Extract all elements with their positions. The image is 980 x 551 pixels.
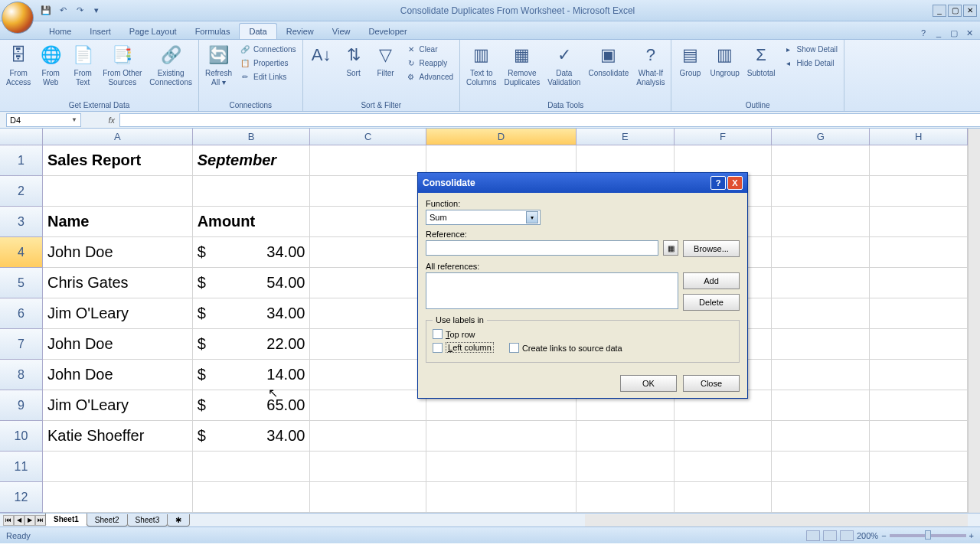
cell-G12[interactable] bbox=[772, 482, 870, 513]
cell-C4[interactable] bbox=[310, 237, 426, 268]
cell-H11[interactable] bbox=[870, 452, 968, 482]
cell-C12[interactable] bbox=[310, 482, 426, 513]
row-header-2[interactable]: 2 bbox=[0, 176, 43, 207]
new-sheet-button[interactable]: ✱ bbox=[167, 514, 190, 527]
dialog-help-button[interactable]: ? bbox=[710, 176, 726, 190]
cell-B2[interactable] bbox=[193, 176, 311, 207]
cell-G9[interactable] bbox=[772, 390, 870, 421]
row-header-12[interactable]: 12 bbox=[0, 482, 43, 513]
maximize-button[interactable]: ▢ bbox=[948, 5, 962, 17]
cell-A6[interactable]: Jim O'Leary bbox=[43, 298, 193, 329]
cell-E12[interactable] bbox=[577, 482, 675, 513]
tab-insert[interactable]: Insert bbox=[80, 24, 120, 39]
ribbon-from-access[interactable]: 🗄FromAccess bbox=[3, 41, 34, 89]
ribbon-group[interactable]: ▤Group bbox=[675, 41, 705, 80]
ribbon-from-text[interactable]: 📄FromText bbox=[67, 41, 98, 89]
tab-page-layout[interactable]: Page Layout bbox=[120, 24, 186, 39]
col-header-D[interactable]: D bbox=[426, 129, 577, 145]
cell-G10[interactable] bbox=[772, 421, 870, 452]
cell-H4[interactable] bbox=[870, 237, 968, 268]
close-doc-icon[interactable]: ✕ bbox=[963, 27, 975, 39]
cell-G3[interactable] bbox=[772, 207, 870, 237]
ribbon-connections[interactable]: 🔗Connections bbox=[238, 43, 298, 55]
cell-H5[interactable] bbox=[870, 268, 968, 298]
cell-C11[interactable] bbox=[310, 452, 426, 482]
ribbon-data-validation[interactable]: ✓DataValidation bbox=[544, 41, 583, 89]
zoom-slider[interactable] bbox=[890, 534, 966, 537]
ribbon-ungroup[interactable]: ▥Ungroup bbox=[707, 41, 742, 80]
sheet-tab-sheet1[interactable]: Sheet1 bbox=[45, 514, 87, 527]
cell-F10[interactable] bbox=[675, 421, 773, 452]
cell-G8[interactable] bbox=[772, 360, 870, 390]
prev-sheet-icon[interactable]: ◀ bbox=[14, 515, 24, 526]
restore-icon[interactable]: ▢ bbox=[948, 27, 960, 39]
tab-data[interactable]: Data bbox=[239, 23, 276, 39]
cell-E10[interactable] bbox=[577, 421, 675, 452]
ribbon-a-[interactable]: A↓ bbox=[306, 41, 337, 70]
first-sheet-icon[interactable]: ⏮ bbox=[3, 515, 14, 526]
col-header-C[interactable]: C bbox=[310, 129, 426, 145]
cell-D11[interactable] bbox=[426, 452, 577, 482]
cell-A9[interactable]: Jim O'Leary bbox=[43, 390, 193, 421]
cell-C5[interactable] bbox=[310, 268, 426, 298]
function-select[interactable]: Sum ▾ bbox=[426, 210, 541, 225]
ok-button[interactable]: OK bbox=[620, 375, 677, 392]
cell-H12[interactable] bbox=[870, 482, 968, 513]
browse-button[interactable]: Browse... bbox=[683, 240, 740, 257]
dialog-close-button[interactable]: X bbox=[727, 176, 743, 190]
cell-H3[interactable] bbox=[870, 207, 968, 237]
cell-A3[interactable]: Name bbox=[43, 207, 193, 237]
ribbon-properties[interactable]: 📋Properties bbox=[238, 57, 298, 69]
ribbon-remove-duplicates[interactable]: ▦RemoveDuplicates bbox=[501, 41, 544, 89]
zoom-level[interactable]: 200% bbox=[857, 531, 878, 540]
redo-icon[interactable]: ↷ bbox=[74, 5, 86, 17]
cell-B8[interactable]: $14.00 bbox=[193, 360, 311, 390]
ribbon-clear[interactable]: ✕Clear bbox=[404, 43, 455, 55]
cell-B7[interactable]: $22.00 bbox=[193, 329, 311, 360]
cell-H8[interactable] bbox=[870, 360, 968, 390]
cell-G7[interactable] bbox=[772, 329, 870, 360]
sheet-tab-sheet2[interactable]: Sheet2 bbox=[87, 514, 128, 527]
cell-G6[interactable] bbox=[772, 298, 870, 329]
tab-home[interactable]: Home bbox=[40, 24, 80, 39]
cell-G2[interactable] bbox=[772, 176, 870, 207]
cell-G5[interactable] bbox=[772, 268, 870, 298]
cell-A11[interactable] bbox=[43, 452, 193, 482]
tab-review[interactable]: Review bbox=[277, 24, 323, 39]
cell-G1[interactable] bbox=[772, 145, 870, 176]
cell-B3[interactable]: Amount bbox=[193, 207, 311, 237]
save-icon[interactable]: 💾 bbox=[40, 5, 52, 17]
cell-A5[interactable]: Chris Gates bbox=[43, 268, 193, 298]
cell-G11[interactable] bbox=[772, 452, 870, 482]
tab-developer[interactable]: Developer bbox=[359, 24, 416, 39]
cell-C9[interactable] bbox=[310, 390, 426, 421]
minimize-button[interactable]: _ bbox=[933, 5, 946, 17]
cell-A10[interactable]: Katie Shoeffer bbox=[43, 421, 193, 452]
horizontal-scrollbar[interactable] bbox=[585, 514, 968, 527]
row-header-3[interactable]: 3 bbox=[0, 207, 43, 237]
ribbon-what-if-analysis[interactable]: ?What-IfAnalysis bbox=[633, 41, 668, 89]
cell-C3[interactable] bbox=[310, 207, 426, 237]
cell-B1[interactable]: September bbox=[193, 145, 311, 176]
col-header-E[interactable]: E bbox=[577, 129, 675, 145]
page-break-view-icon[interactable] bbox=[840, 530, 854, 541]
close-button[interactable]: ✕ bbox=[963, 5, 977, 17]
row-header-7[interactable]: 7 bbox=[0, 329, 43, 360]
cell-H2[interactable] bbox=[870, 176, 968, 207]
cell-A4[interactable]: John Doe bbox=[43, 237, 193, 268]
close-dialog-button[interactable]: Close bbox=[683, 375, 740, 392]
col-header-H[interactable]: H bbox=[870, 129, 968, 145]
name-box[interactable]: D4 ▼ bbox=[6, 113, 81, 127]
cell-H9[interactable] bbox=[870, 390, 968, 421]
row-header-9[interactable]: 9 bbox=[0, 390, 43, 421]
dialog-titlebar[interactable]: Consolidate ? X bbox=[418, 173, 747, 193]
cell-A7[interactable]: John Doe bbox=[43, 329, 193, 360]
normal-view-icon[interactable] bbox=[806, 530, 820, 541]
col-header-F[interactable]: F bbox=[675, 129, 773, 145]
cell-E11[interactable] bbox=[577, 452, 675, 482]
ribbon-from-web[interactable]: 🌐FromWeb bbox=[35, 41, 66, 89]
cell-H7[interactable] bbox=[870, 329, 968, 360]
cell-C7[interactable] bbox=[310, 329, 426, 360]
cell-C1[interactable] bbox=[310, 145, 426, 176]
help-icon[interactable]: ? bbox=[917, 27, 929, 39]
